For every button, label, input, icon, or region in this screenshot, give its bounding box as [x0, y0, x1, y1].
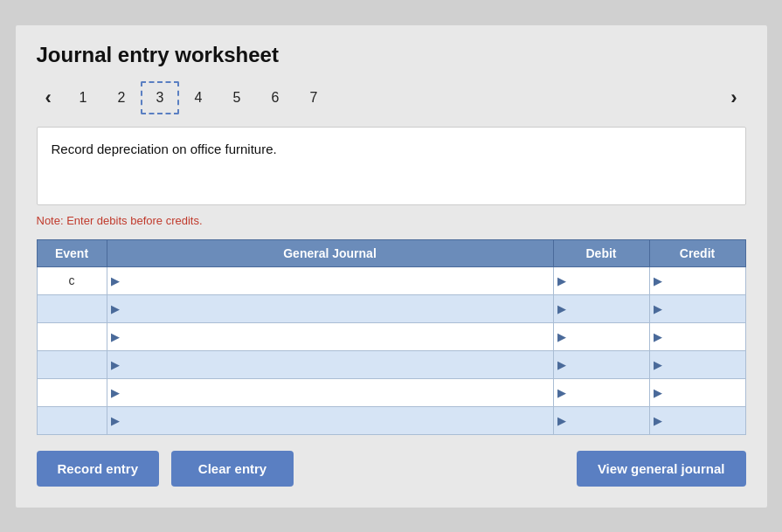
journal-table: Event General Journal Debit Credit c ▶ ▶ [37, 239, 746, 435]
nav-num-7[interactable]: 7 [294, 81, 333, 114]
credit-cell[interactable]: ▶ [649, 406, 745, 434]
table-row: ▶ ▶ ▶ [37, 378, 745, 406]
journal-cell[interactable]: ▶ [107, 406, 553, 434]
credit-cell[interactable]: ▶ [649, 350, 745, 378]
credit-input[interactable] [666, 351, 745, 378]
debit-cell[interactable]: ▶ [553, 322, 649, 350]
row-arrow-icon: ▶ [107, 302, 123, 315]
debit-arrow-icon: ▶ [554, 302, 570, 315]
description-box: Record depreciation on office furniture. [37, 127, 746, 205]
debit-input[interactable] [570, 295, 649, 322]
buttons-row: Record entry Clear entry View general jo… [37, 451, 746, 487]
col-header-event: Event [37, 239, 107, 266]
credit-input[interactable] [666, 407, 745, 434]
credit-arrow-icon: ▶ [650, 414, 666, 427]
table-row: ▶ ▶ ▶ [37, 350, 745, 378]
journal-cell[interactable]: ▶ [107, 350, 553, 378]
table-row: ▶ ▶ ▶ [37, 322, 745, 350]
col-header-credit: Credit [649, 239, 745, 266]
credit-arrow-icon: ▶ [650, 386, 666, 399]
journal-input[interactable] [123, 267, 553, 294]
row-arrow-icon: ▶ [107, 386, 123, 399]
credit-input[interactable] [666, 323, 745, 350]
event-cell [37, 322, 107, 350]
journal-cell[interactable]: ▶ [107, 294, 553, 322]
nav-num-5[interactable]: 5 [218, 81, 256, 114]
table-row: ▶ ▶ ▶ [37, 294, 745, 322]
journal-input[interactable] [123, 407, 553, 434]
journal-cell[interactable]: ▶ [107, 378, 553, 406]
credit-input[interactable] [666, 267, 745, 294]
row-arrow-icon: ▶ [107, 330, 123, 343]
credit-input[interactable] [666, 295, 745, 322]
credit-input[interactable] [666, 379, 745, 406]
credit-arrow-icon: ▶ [650, 274, 666, 287]
debit-cell[interactable]: ▶ [553, 350, 649, 378]
journal-cell[interactable]: ▶ [107, 266, 553, 294]
note-text: Note: Enter debits before credits. [37, 214, 746, 227]
debit-arrow-icon: ▶ [554, 330, 570, 343]
journal-input[interactable] [123, 295, 553, 322]
debit-cell[interactable]: ▶ [553, 294, 649, 322]
worksheet-container: Journal entry worksheet ‹ 1 2 3 4 5 6 7 … [16, 25, 767, 508]
credit-arrow-icon: ▶ [650, 302, 666, 315]
credit-cell[interactable]: ▶ [649, 294, 745, 322]
event-cell [37, 350, 107, 378]
credit-arrow-icon: ▶ [650, 358, 666, 371]
row-arrow-icon: ▶ [107, 358, 123, 371]
journal-input[interactable] [123, 323, 553, 350]
view-general-journal-button[interactable]: View general journal [577, 451, 746, 487]
debit-input[interactable] [570, 379, 649, 406]
table-row: c ▶ ▶ ▶ [37, 266, 745, 294]
credit-cell[interactable]: ▶ [649, 378, 745, 406]
journal-input[interactable] [123, 351, 553, 378]
table-row: ▶ ▶ ▶ [37, 406, 745, 434]
credit-arrow-icon: ▶ [650, 330, 666, 343]
record-entry-button[interactable]: Record entry [37, 451, 160, 487]
journal-input[interactable] [123, 379, 553, 406]
row-arrow-icon: ▶ [107, 414, 123, 427]
navigation-row: ‹ 1 2 3 4 5 6 7 › [37, 81, 746, 114]
nav-num-2[interactable]: 2 [102, 81, 141, 114]
prev-arrow[interactable]: ‹ [37, 86, 60, 109]
debit-arrow-icon: ▶ [554, 358, 570, 371]
next-arrow[interactable]: › [722, 86, 745, 109]
debit-cell[interactable]: ▶ [553, 378, 649, 406]
nav-num-1[interactable]: 1 [64, 81, 102, 114]
event-cell [37, 378, 107, 406]
description-text: Record depreciation on office furniture. [52, 142, 277, 156]
credit-cell[interactable]: ▶ [649, 266, 745, 294]
nav-num-4[interactable]: 4 [179, 81, 218, 114]
debit-arrow-icon: ▶ [554, 386, 570, 399]
credit-cell[interactable]: ▶ [649, 322, 745, 350]
event-cell: c [37, 266, 107, 294]
debit-arrow-icon: ▶ [554, 414, 570, 427]
page-title: Journal entry worksheet [37, 43, 746, 67]
debit-cell[interactable]: ▶ [553, 266, 649, 294]
nav-num-3[interactable]: 3 [141, 81, 179, 114]
debit-cell[interactable]: ▶ [553, 406, 649, 434]
col-header-debit: Debit [553, 239, 649, 266]
debit-input[interactable] [570, 351, 649, 378]
debit-input[interactable] [570, 267, 649, 294]
row-arrow-icon: ▶ [107, 274, 123, 287]
event-cell [37, 406, 107, 434]
nav-numbers: 1 2 3 4 5 6 7 [64, 81, 722, 114]
debit-arrow-icon: ▶ [554, 274, 570, 287]
debit-input[interactable] [570, 323, 649, 350]
nav-num-6[interactable]: 6 [256, 81, 294, 114]
col-header-journal: General Journal [107, 239, 553, 266]
event-cell [37, 294, 107, 322]
debit-input[interactable] [570, 407, 649, 434]
journal-cell[interactable]: ▶ [107, 322, 553, 350]
clear-entry-button[interactable]: Clear entry [171, 451, 294, 487]
